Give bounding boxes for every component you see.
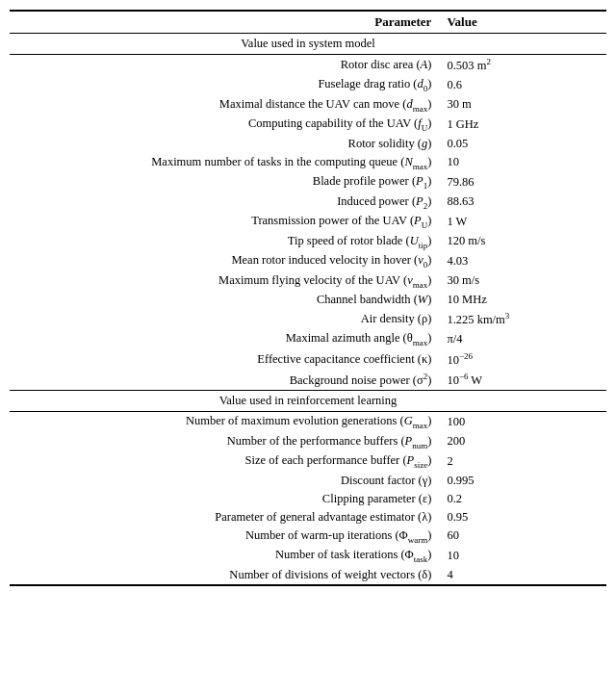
value-cell: 2 bbox=[439, 451, 606, 472]
value-cell: 0.6 bbox=[439, 75, 606, 95]
table-row: Background noise power (σ2)10−6 W bbox=[10, 370, 606, 391]
value-cell: 88.63 bbox=[439, 193, 606, 213]
table-row: Channel bandwidth (W)10 MHz bbox=[10, 291, 606, 309]
value-cell: 0.2 bbox=[439, 490, 606, 508]
param-cell: Blade profile power (P1) bbox=[10, 172, 439, 193]
table-row: Rotor disc area (A)0.503 m2 bbox=[10, 55, 606, 76]
table-row: Fuselage drag ratio (d0)0.6 bbox=[10, 75, 606, 95]
value-cell: 10 MHz bbox=[439, 291, 606, 309]
param-cell: Maximal distance the UAV can move (dmax) bbox=[10, 95, 439, 116]
param-cell: Mean rotor induced velocity in hover (v0… bbox=[10, 251, 439, 271]
table-row: Induced power (P2)88.63 bbox=[10, 193, 606, 213]
table-row: Air density (ρ)1.225 km/m3 bbox=[10, 309, 606, 329]
parameters-table: Parameter Value Value used in system mod… bbox=[10, 10, 606, 586]
main-table-container: Parameter Value Value used in system mod… bbox=[10, 10, 606, 586]
param-cell: Number of divisions of weight vectors (δ… bbox=[10, 566, 439, 585]
value-header: Value bbox=[439, 11, 606, 34]
param-cell: Maximum flying velocity of the UAV (vmax… bbox=[10, 271, 439, 292]
table-row: Tip speed of rotor blade (Utip)120 m/s bbox=[10, 232, 606, 252]
param-cell: Size of each performance buffer (Psize) bbox=[10, 451, 439, 472]
value-cell: 60 bbox=[439, 527, 606, 547]
param-cell: Rotor solidity (g) bbox=[10, 135, 439, 153]
value-cell: 10 bbox=[439, 546, 606, 566]
value-cell: 30 m bbox=[439, 95, 606, 116]
value-cell: 4.03 bbox=[439, 251, 606, 271]
table-row: Blade profile power (P1)79.86 bbox=[10, 172, 606, 193]
param-cell: Number of task iterations (Φtask) bbox=[10, 546, 439, 566]
value-cell: 10−26 bbox=[439, 349, 606, 370]
value-cell: π/4 bbox=[439, 329, 606, 349]
value-cell: 4 bbox=[439, 566, 606, 585]
table-row: Effective capacitance coefficient (κ)10−… bbox=[10, 349, 606, 370]
table-row: Clipping parameter (ε)0.2 bbox=[10, 490, 606, 508]
param-cell: Discount factor (γ) bbox=[10, 472, 439, 490]
value-cell: 30 m/s bbox=[439, 271, 606, 292]
table-row: Number of task iterations (Φtask)10 bbox=[10, 546, 606, 566]
param-cell: Tip speed of rotor blade (Utip) bbox=[10, 232, 439, 252]
param-cell: Air density (ρ) bbox=[10, 309, 439, 329]
value-cell: 100 bbox=[439, 412, 606, 432]
table-row: Maximal azimuth angle (θmax)π/4 bbox=[10, 329, 606, 349]
param-cell: Number of the performance buffers (Pnum) bbox=[10, 432, 439, 452]
param-cell: Transmission power of the UAV (PU) bbox=[10, 212, 439, 232]
param-cell: Computing capability of the UAV (fU) bbox=[10, 115, 439, 135]
table-row: Parameter of general advantage estimator… bbox=[10, 508, 606, 527]
value-cell: 120 m/s bbox=[439, 232, 606, 252]
param-cell: Parameter of general advantage estimator… bbox=[10, 508, 439, 527]
param-cell: Maximum number of tasks in the computing… bbox=[10, 153, 439, 173]
value-cell: 1.225 km/m3 bbox=[439, 309, 606, 329]
value-cell: 10−6 W bbox=[439, 370, 606, 391]
value-cell: 1 GHz bbox=[439, 115, 606, 135]
param-cell: Maximal azimuth angle (θmax) bbox=[10, 329, 439, 349]
table-row: Transmission power of the UAV (PU)1 W bbox=[10, 212, 606, 232]
table-row: Maximum flying velocity of the UAV (vmax… bbox=[10, 271, 606, 292]
param-cell: Number of maximum evolution generations … bbox=[10, 412, 439, 432]
param-cell: Effective capacitance coefficient (κ) bbox=[10, 349, 439, 370]
table-row: Mean rotor induced velocity in hover (v0… bbox=[10, 251, 606, 271]
value-cell: 79.86 bbox=[439, 172, 606, 193]
table-row: Computing capability of the UAV (fU)1 GH… bbox=[10, 115, 606, 135]
value-cell: 0.05 bbox=[439, 135, 606, 153]
param-cell: Fuselage drag ratio (d0) bbox=[10, 75, 439, 95]
param-cell: Induced power (P2) bbox=[10, 193, 439, 213]
value-cell: 0.503 m2 bbox=[439, 55, 606, 76]
value-cell: 0.95 bbox=[439, 508, 606, 527]
table-row: Size of each performance buffer (Psize)2 bbox=[10, 451, 606, 472]
table-row: Number of the performance buffers (Pnum)… bbox=[10, 432, 606, 452]
param-cell: Channel bandwidth (W) bbox=[10, 291, 439, 309]
table-row: Number of maximum evolution generations … bbox=[10, 412, 606, 432]
value-cell: 0.995 bbox=[439, 472, 606, 490]
param-cell: Number of warm-up iterations (Φwarm) bbox=[10, 527, 439, 547]
value-cell: 10 bbox=[439, 153, 606, 173]
section-header-1: Value used in reinforcement learning bbox=[10, 391, 606, 412]
table-row: Number of warm-up iterations (Φwarm)60 bbox=[10, 527, 606, 547]
value-cell: 1 W bbox=[439, 212, 606, 232]
param-cell: Background noise power (σ2) bbox=[10, 370, 439, 391]
table-row: Rotor solidity (g)0.05 bbox=[10, 135, 606, 153]
param-cell: Clipping parameter (ε) bbox=[10, 490, 439, 508]
param-cell: Rotor disc area (A) bbox=[10, 55, 439, 76]
table-row: Number of divisions of weight vectors (δ… bbox=[10, 566, 606, 585]
table-row: Discount factor (γ)0.995 bbox=[10, 472, 606, 490]
table-row: Maximum number of tasks in the computing… bbox=[10, 153, 606, 173]
parameter-header: Parameter bbox=[10, 11, 439, 34]
value-cell: 200 bbox=[439, 432, 606, 452]
section-header-0: Value used in system model bbox=[10, 34, 606, 55]
table-row: Maximal distance the UAV can move (dmax)… bbox=[10, 95, 606, 116]
